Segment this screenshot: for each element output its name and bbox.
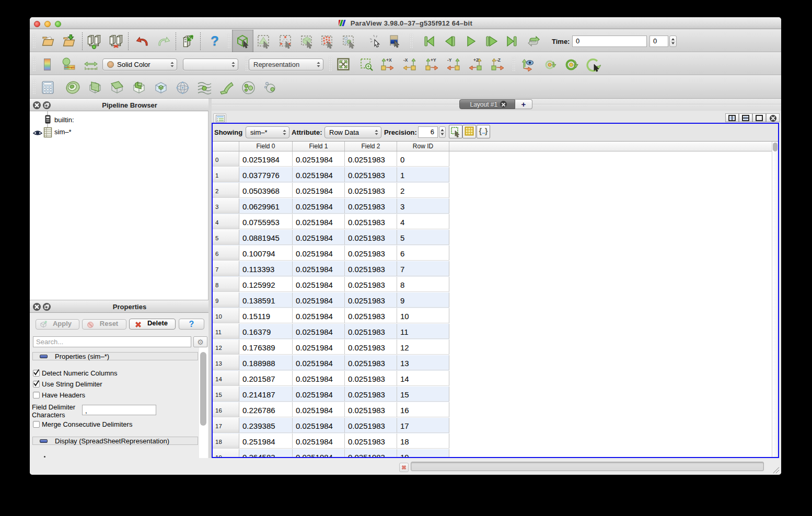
svg-text:-Z: -Z [496, 57, 501, 63]
svg-text:-X: -X [403, 57, 408, 63]
svg-text:+Z: +Z [473, 57, 479, 63]
svg-text:+X: +X [386, 57, 392, 63]
svg-text:+Y: +Y [431, 57, 436, 63]
svg-text:-Y: -Y [447, 57, 452, 63]
